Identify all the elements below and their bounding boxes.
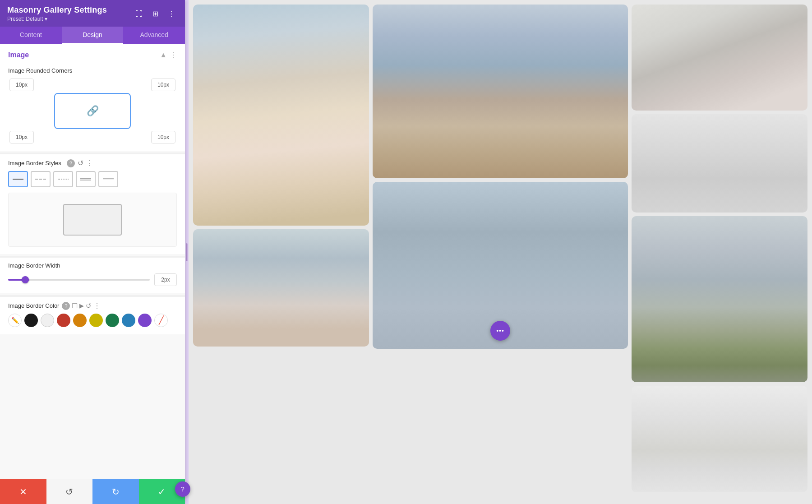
corner-grid: 🔗 xyxy=(8,79,177,143)
border-style-groove[interactable] xyxy=(98,171,118,187)
solid-line xyxy=(13,179,23,180)
groove-line xyxy=(103,178,114,180)
chat-dots-icon: ••• xyxy=(496,327,504,334)
rounded-corners-group: Image Rounded Corners 🔗 xyxy=(0,63,185,151)
color-more-icon[interactable]: ⋮ xyxy=(93,301,101,310)
border-style-double[interactable] xyxy=(76,171,96,187)
border-width-label: Image Border Width xyxy=(8,262,177,269)
color-swatch-black[interactable] xyxy=(24,314,38,327)
section-more-icon[interactable]: ⋮ xyxy=(170,51,177,59)
dashed-line xyxy=(35,179,46,180)
rounded-corners-label: Image Rounded Corners xyxy=(8,67,177,74)
resize-handle[interactable] xyxy=(185,0,189,504)
panel-content: Image ▲ ⋮ Image Rounded Corners 🔗 xyxy=(0,44,185,479)
color-tools: ? ☐ ▶ ↺ ⋮ xyxy=(62,301,101,310)
panel-header-left: Masonry Gallery Settings Preset: Default… xyxy=(7,5,107,22)
color-header: Image Border Color ? ☐ ▶ ↺ ⋮ xyxy=(8,301,177,310)
color-swatch-orange[interactable] xyxy=(73,314,87,327)
corner-top-right[interactable] xyxy=(151,79,175,91)
color-swatch-red[interactable] xyxy=(57,314,70,327)
gallery-image-gray-room[interactable] xyxy=(632,114,807,213)
panel-footer: ✕ ↺ ↻ ✓ xyxy=(0,479,185,504)
panel-tabs: Content Design Advanced xyxy=(0,27,185,44)
section-header-icons: ▲ ⋮ xyxy=(160,51,177,59)
gallery-col-2: ••• xyxy=(373,5,628,499)
border-styles-tools: ? ↺ ⋮ xyxy=(67,159,93,167)
panel-title: Masonry Gallery Settings xyxy=(7,5,107,15)
undo-button[interactable]: ↺ xyxy=(46,479,93,504)
undo-icon: ↺ xyxy=(65,486,73,497)
gallery-image-window-curtain[interactable] xyxy=(632,386,807,492)
expand-icon[interactable]: ⛶ xyxy=(133,8,145,20)
panel-header-icons: ⛶ ⊞ ⋮ xyxy=(133,8,178,20)
color-swatch-eraser[interactable]: ╱ xyxy=(154,314,168,327)
border-help-icon[interactable]: ? xyxy=(67,159,75,167)
color-reset-icon[interactable]: ↺ xyxy=(86,302,92,310)
color-swatches: ✏️ ╱ xyxy=(8,314,177,327)
slider-row: 2px xyxy=(8,273,177,286)
close-button[interactable]: ✕ xyxy=(0,479,46,504)
border-reset-icon[interactable]: ↺ xyxy=(78,159,83,167)
border-color-group: Image Border Color ? ☐ ▶ ↺ ⋮ ✏️ xyxy=(0,297,185,334)
dotted-line xyxy=(58,179,69,180)
color-cursor-icon[interactable]: ▶ xyxy=(79,302,84,309)
panel-preset[interactable]: Preset: Default ▾ xyxy=(7,16,107,22)
corner-bottom-right[interactable] xyxy=(151,131,175,143)
border-width-value[interactable]: 2px xyxy=(154,273,177,286)
color-swatch-yellow[interactable] xyxy=(89,314,103,327)
border-styles-row xyxy=(8,171,177,187)
tab-design[interactable]: Design xyxy=(62,27,124,44)
help-fab-icon: ? xyxy=(181,486,185,493)
gallery-image-rope-fence[interactable] xyxy=(193,229,369,347)
redo-icon: ↻ xyxy=(112,486,120,497)
border-style-dashed[interactable] xyxy=(31,171,51,187)
settings-panel: Masonry Gallery Settings Preset: Default… xyxy=(0,0,185,504)
tab-advanced[interactable]: Advanced xyxy=(123,27,185,44)
preview-box-inner xyxy=(63,204,122,236)
color-help-icon[interactable]: ? xyxy=(62,302,70,310)
border-width-group: Image Border Width 2px xyxy=(0,258,185,293)
confirm-icon: ✓ xyxy=(158,486,166,497)
color-swatch-blue[interactable] xyxy=(122,314,135,327)
gallery-image-pier-gazebo[interactable] xyxy=(373,5,628,178)
columns-icon[interactable]: ⊞ xyxy=(149,8,161,20)
border-more-icon[interactable]: ⋮ xyxy=(86,159,93,167)
corner-link-icon[interactable]: 🔗 xyxy=(54,93,131,129)
gallery-image-cliff-dock[interactable] xyxy=(632,216,807,382)
tab-content[interactable]: Content xyxy=(0,27,62,44)
link-icon: 🔗 xyxy=(87,105,99,117)
gallery-panel: ••• xyxy=(189,0,812,504)
section-image-header: Image ▲ ⋮ xyxy=(0,44,185,63)
border-styles-header: Image Border Styles ? ↺ ⋮ xyxy=(8,159,177,167)
more-menu-icon[interactable]: ⋮ xyxy=(165,8,178,20)
gallery-col-3 xyxy=(632,5,807,499)
gallery-grid: ••• xyxy=(193,5,807,499)
redo-button[interactable]: ↻ xyxy=(92,479,139,504)
chat-bubble-button[interactable]: ••• xyxy=(490,321,510,341)
corner-top-left[interactable] xyxy=(9,79,34,91)
section-image-title: Image xyxy=(8,51,29,59)
border-styles-label: Image Border Styles xyxy=(8,160,61,166)
double-line xyxy=(80,178,91,180)
help-fab-button[interactable]: ? xyxy=(175,481,190,497)
border-styles-group: Image Border Styles ? ↺ ⋮ xyxy=(0,154,185,254)
gallery-image-sofa-room[interactable] xyxy=(632,5,807,111)
color-swatch-white[interactable] xyxy=(41,314,54,327)
color-swatch-green[interactable] xyxy=(106,314,119,327)
border-width-slider[interactable] xyxy=(8,279,150,281)
gallery-image-ocean-person[interactable]: ••• xyxy=(373,182,628,349)
section-collapse-icon[interactable]: ▲ xyxy=(160,51,167,59)
border-color-label: Image Border Color xyxy=(8,302,59,309)
border-style-preview xyxy=(8,193,177,247)
color-picker-icon[interactable]: ☐ xyxy=(72,302,78,310)
color-swatch-edit[interactable]: ✏️ xyxy=(8,314,22,327)
gallery-col-1 xyxy=(193,5,369,499)
border-style-solid[interactable] xyxy=(8,171,28,187)
corner-bottom-left[interactable] xyxy=(9,131,34,143)
border-style-dotted[interactable] xyxy=(53,171,73,187)
gallery-image-beach-sand[interactable] xyxy=(193,5,369,226)
close-icon: ✕ xyxy=(19,486,27,497)
color-swatch-purple[interactable] xyxy=(138,314,152,327)
panel-header: Masonry Gallery Settings Preset: Default… xyxy=(0,0,185,27)
